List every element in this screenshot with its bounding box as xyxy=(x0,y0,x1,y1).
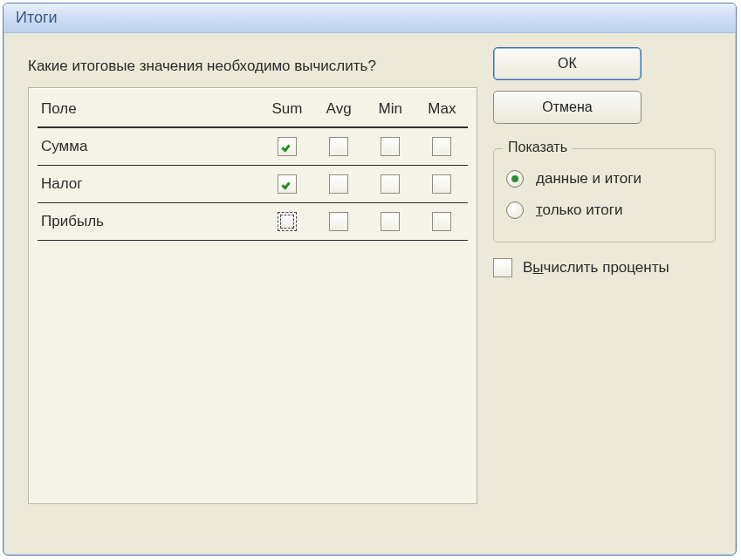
dialog-window: Итоги Какие итоговые значения необходимо… xyxy=(3,3,737,556)
radio-button[interactable] xyxy=(506,170,524,188)
column-header-sum: Sum xyxy=(261,95,312,127)
column-header-max: Max xyxy=(416,95,468,127)
table-row: Сумма xyxy=(38,127,468,166)
calculate-percent-label: Вычислить проценты xyxy=(523,259,669,277)
totals-table-box: Поле Sum Avg Min Max СуммаНалогПрибыль xyxy=(28,87,477,504)
ok-button[interactable]: ОК xyxy=(493,47,642,80)
sum-checkbox[interactable] xyxy=(278,212,297,231)
radio-option[interactable]: данные и итоги xyxy=(506,163,703,195)
min-checkbox[interactable] xyxy=(381,137,400,156)
min-checkbox[interactable] xyxy=(381,212,400,231)
max-checkbox[interactable] xyxy=(432,137,451,156)
left-panel: Какие итоговые значения необходимо вычис… xyxy=(28,47,477,539)
radio-option[interactable]: только итоги xyxy=(506,195,703,226)
field-name: Сумма xyxy=(38,127,261,166)
avg-checkbox[interactable] xyxy=(329,174,348,194)
question-label: Какие итоговые значения необходимо вычис… xyxy=(28,58,477,75)
cancel-button[interactable]: Отмена xyxy=(493,91,642,124)
show-group: Показать данные и итогитолько итоги xyxy=(493,148,716,242)
calculate-percent-row[interactable]: Вычислить проценты xyxy=(493,258,669,277)
field-name: Налог xyxy=(38,166,261,203)
calculate-percent-checkbox[interactable] xyxy=(493,258,512,277)
table-row: Налог xyxy=(38,166,468,203)
radio-label: данные и итоги xyxy=(536,170,642,188)
field-name: Прибыль xyxy=(38,203,261,241)
table-row: Прибыль xyxy=(38,203,468,241)
titlebar: Итоги xyxy=(3,3,736,33)
min-checkbox[interactable] xyxy=(381,174,400,194)
avg-checkbox[interactable] xyxy=(329,137,348,156)
window-title: Итоги xyxy=(16,9,58,27)
content-area: Какие итоговые значения необходимо вычис… xyxy=(3,33,736,555)
column-header-field: Поле xyxy=(38,95,261,127)
avg-checkbox[interactable] xyxy=(329,212,348,231)
totals-table: Поле Sum Avg Min Max СуммаНалогПрибыль xyxy=(38,95,468,241)
radio-label: только итоги xyxy=(536,201,623,219)
right-panel: ОК Отмена Показать данные и итогитолько … xyxy=(493,47,720,539)
show-group-legend: Показать xyxy=(503,140,573,155)
sum-checkbox[interactable] xyxy=(278,137,297,156)
radio-button[interactable] xyxy=(506,201,524,219)
max-checkbox[interactable] xyxy=(432,212,451,231)
column-header-min: Min xyxy=(365,95,416,127)
sum-checkbox[interactable] xyxy=(278,174,297,194)
max-checkbox[interactable] xyxy=(432,174,451,194)
column-header-avg: Avg xyxy=(313,95,365,127)
